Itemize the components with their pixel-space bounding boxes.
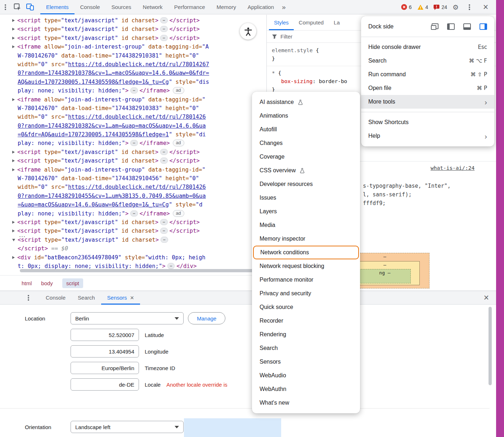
menu-item-hide-console-drawer[interactable]: Hide console drawerEsc xyxy=(361,40,494,54)
close-tab-icon[interactable]: × xyxy=(130,295,134,301)
dock-left-icon[interactable] xyxy=(447,23,455,30)
style-source-link[interactable]: what-is-ai/:24 xyxy=(431,165,474,171)
tree-arrow-icon[interactable] xyxy=(12,168,15,171)
menu-item-media[interactable]: Media xyxy=(252,218,360,232)
code-line[interactable]: <script type="text/javascript" id charse… xyxy=(12,236,266,244)
code-line[interactable]: width="0" src="https://td.doubleclick.ne… xyxy=(12,183,266,191)
code-line[interactable]: W-780142670" data-load-time="17443829104… xyxy=(12,174,266,183)
accessibility-button[interactable] xyxy=(240,23,256,40)
menu-item-rendering[interactable]: Rendering xyxy=(252,328,360,341)
field-locale[interactable]: de-DE xyxy=(71,378,139,391)
tab-memory[interactable]: Memory xyxy=(211,0,242,14)
code-line[interactable]: </script> == $0 xyxy=(12,244,266,253)
tab-computed[interactable]: Computed xyxy=(294,15,329,30)
menu-item-issues[interactable]: Issues xyxy=(252,191,360,205)
expand-ellipsis-button[interactable]: ⋯ xyxy=(160,158,168,164)
code-line[interactable]: <iframe allow="join-ad-interest-group" d… xyxy=(12,165,266,174)
dock-bottom-icon[interactable] xyxy=(463,23,471,30)
code-line[interactable]: width="0" src="https://td.doubleclick.ne… xyxy=(12,113,266,121)
orientation-select[interactable]: Landscape left xyxy=(71,421,184,433)
menu-item-sensors[interactable]: Sensors xyxy=(252,355,360,369)
code-line[interactable]: AQ&auid=1707230005.1744305598&fledge=1&_… xyxy=(12,78,266,86)
settings-gear-icon[interactable]: ⚙ xyxy=(453,3,459,11)
menu-item-developer-resources[interactable]: Developer resources xyxy=(252,177,360,191)
expand-ellipsis-button[interactable]: ⋯ xyxy=(167,263,175,269)
tab-la[interactable]: La xyxy=(329,15,345,30)
drawer-scrollbar[interactable] xyxy=(489,307,492,385)
menu-item-coverage[interactable]: Coverage xyxy=(252,150,360,164)
expand-ellipsis-button[interactable]: ⋯ xyxy=(130,87,138,94)
tree-arrow-icon[interactable] xyxy=(12,239,15,241)
device-toolbar-icon[interactable] xyxy=(24,1,37,13)
expand-ellipsis-button[interactable]: ⋯ xyxy=(160,228,168,234)
expand-ellipsis-button[interactable]: ⋯ xyxy=(160,17,168,23)
warning-badge[interactable]: 4 xyxy=(417,4,428,10)
code-line[interactable]: <script type="text/javascript" id charse… xyxy=(12,218,266,227)
menu-item-css-overview[interactable]: CSS overview xyxy=(252,164,360,177)
menu-item-help[interactable]: Help› xyxy=(361,129,494,143)
menu-item-memory-inspector[interactable]: Memory inspector xyxy=(252,232,360,246)
menu-item-search[interactable]: Search⌘ ⌥ F xyxy=(361,54,494,68)
tab-application[interactable]: Application xyxy=(242,0,280,14)
code-line[interactable]: <script type="text/javascript" id charse… xyxy=(12,227,266,235)
menu-item-search[interactable]: Search xyxy=(252,341,360,355)
expand-ellipsis-button[interactable]: ⋯ xyxy=(160,149,168,155)
code-line[interactable]: play: none; visibility: hidden;">⋯</ifra… xyxy=(12,86,266,95)
code-line[interactable]: <script type="text/javascript" id charse… xyxy=(12,34,266,42)
menu-item-network-request-blocking[interactable]: Network request blocking xyxy=(252,259,360,273)
menu-item-network-conditions[interactable]: Network conditions xyxy=(253,246,359,259)
undock-icon[interactable] xyxy=(431,23,438,30)
menu-item-more-tools[interactable]: More tools› xyxy=(361,95,494,109)
menu-item-what-s-new[interactable]: What's new xyxy=(252,396,360,410)
close-devtools-icon[interactable]: × xyxy=(480,3,491,12)
tab-network[interactable]: Network xyxy=(137,0,168,14)
code-line[interactable]: =&uap=macOS&uapv=14.6.0&uaw=0&fledge=1&_… xyxy=(12,200,266,209)
more-tabs-icon[interactable]: » xyxy=(282,3,286,11)
menu-item-animations[interactable]: Animations xyxy=(252,109,360,123)
code-line[interactable]: <iframe allow="join-ad-interest-group" d… xyxy=(12,95,266,104)
dock-right-icon[interactable] xyxy=(480,23,487,30)
inspect-icon[interactable] xyxy=(11,1,24,13)
tree-arrow-icon[interactable] xyxy=(12,221,15,224)
code-line[interactable]: width="0" src="https://td.doubleclick.ne… xyxy=(12,60,266,69)
issues-badge[interactable]: 24 xyxy=(433,4,447,10)
tab-sources[interactable]: Sources xyxy=(106,0,137,14)
menu-item-quick-source[interactable]: Quick source xyxy=(252,300,360,314)
menu-item-layers[interactable]: Layers xyxy=(252,205,360,218)
tree-arrow-icon[interactable] xyxy=(12,98,15,101)
tree-arrow-icon[interactable] xyxy=(12,37,15,40)
expand-ellipsis-button[interactable]: ⋯ xyxy=(160,26,168,32)
menu-item-run-command[interactable]: Run command⌘ ⇧ P xyxy=(361,68,494,81)
line-actions-ellipsis[interactable]: … xyxy=(19,231,26,239)
tree-arrow-icon[interactable] xyxy=(12,229,15,232)
tree-arrow-icon[interactable] xyxy=(12,151,15,154)
tree-arrow-icon[interactable] xyxy=(12,19,15,22)
expand-ellipsis-button[interactable]: ⋯ xyxy=(161,237,168,243)
drawer-tab-console[interactable]: Console xyxy=(40,291,72,305)
tree-arrow-icon[interactable] xyxy=(12,28,15,31)
menu-item-ai-assistance[interactable]: AI assistance xyxy=(252,95,360,109)
tree-arrow-icon[interactable] xyxy=(12,159,15,162)
tab-styles[interactable]: Styles xyxy=(269,15,294,30)
code-line[interactable]: <iframe allow="join-ad-interest-group" d… xyxy=(12,42,266,51)
breadcrumb-item-html[interactable]: html xyxy=(22,280,32,286)
close-drawer-icon[interactable]: × xyxy=(483,293,489,302)
tab-performance[interactable]: Performance xyxy=(168,0,211,14)
code-line[interactable]: 0?random=1744382910378&cv=1…=macOS&uapv=… xyxy=(12,69,266,77)
code-line[interactable]: W-780142670" data-load-time="17443829103… xyxy=(12,104,266,113)
field-timezone-id[interactable]: Europe/Berlin xyxy=(71,362,139,374)
menu-item-open-file[interactable]: Open file⌘ P xyxy=(361,81,494,95)
code-line[interactable]: <script type="text/javascript" id charse… xyxy=(12,16,266,25)
tab-elements[interactable]: Elements xyxy=(40,0,75,14)
code-line[interactable]: <script type="text/javascript" id charse… xyxy=(12,25,266,33)
tree-arrow-icon[interactable] xyxy=(12,256,15,259)
code-line[interactable]: <div id="batBeacon236544978049" style="w… xyxy=(12,253,266,262)
error-badge[interactable]: 6 xyxy=(401,4,412,10)
drawer-tab-sensors[interactable]: Sensors× xyxy=(101,291,140,305)
tab-console[interactable]: Console xyxy=(75,0,106,14)
menu-item-webauthn[interactable]: WebAuthn xyxy=(252,382,360,396)
code-line[interactable]: 0?random=1744382910382&cv=1…am=&uap=macO… xyxy=(12,122,266,130)
code-line[interactable]: <script type="text/javascript" id charse… xyxy=(12,156,266,165)
field-latitude[interactable]: 52.520007 xyxy=(71,329,139,341)
orientation-preview[interactable] xyxy=(184,418,281,437)
